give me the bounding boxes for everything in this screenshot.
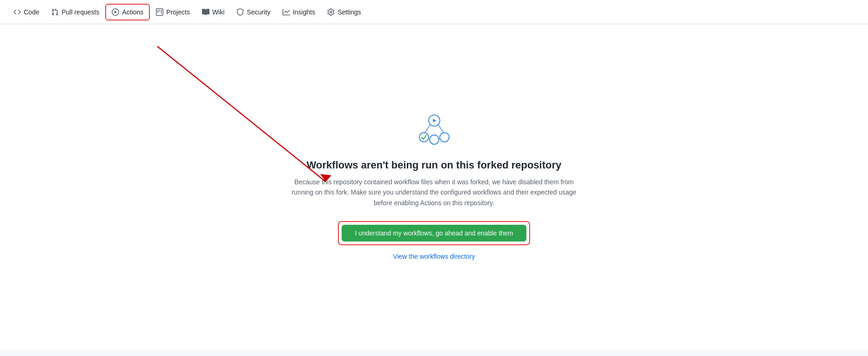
projects-icon (156, 8, 163, 16)
enable-button-annotation: I understand my workflows, go ahead and … (338, 221, 530, 245)
code-icon (13, 8, 21, 16)
nav-label-wiki: Wiki (212, 8, 224, 16)
nav-label-code: Code (24, 8, 39, 16)
svg-point-7 (430, 135, 439, 144)
main-content: Workflows aren't being run on this forke… (0, 24, 868, 350)
page-title: Workflows aren't being run on this forke… (307, 159, 562, 171)
svg-line-5 (438, 124, 444, 133)
svg-line-4 (425, 124, 431, 133)
pull-request-icon (51, 8, 59, 16)
nav-label-insights: Insights (293, 8, 315, 16)
nav-item-wiki[interactable]: Wiki (196, 4, 230, 20)
actions-icon (112, 8, 119, 16)
actions-illustration (416, 114, 453, 148)
nav-item-pull-requests[interactable]: Pull requests (45, 4, 105, 20)
nav-label-projects: Projects (166, 8, 190, 16)
nav-label-security: Security (247, 8, 270, 16)
svg-line-0 (157, 47, 326, 182)
nav-item-security[interactable]: Security (230, 4, 276, 20)
svg-marker-3 (433, 119, 437, 122)
nav-label-pull-requests: Pull requests (61, 8, 99, 16)
wiki-icon (202, 8, 209, 16)
settings-icon (327, 8, 335, 16)
svg-point-6 (419, 133, 429, 142)
nav-item-insights[interactable]: Insights (276, 4, 321, 20)
nav-item-projects[interactable]: Projects (150, 4, 196, 20)
nav-item-code[interactable]: Code (7, 4, 45, 20)
nav-label-actions: Actions (122, 8, 143, 16)
nav-item-actions[interactable]: Actions (105, 4, 150, 20)
page-description: Because this repository contained workfl… (290, 177, 579, 208)
svg-point-8 (440, 133, 449, 142)
view-workflows-link[interactable]: View the workflows directory (393, 253, 475, 260)
nav-bar: Code Pull requests Actions Projects (0, 0, 868, 24)
insights-icon (283, 8, 290, 16)
nav-label-settings: Settings (337, 8, 361, 16)
nav-item-settings[interactable]: Settings (321, 4, 367, 20)
enable-workflows-button[interactable]: I understand my workflows, go ahead and … (342, 225, 526, 242)
security-icon (236, 8, 244, 16)
